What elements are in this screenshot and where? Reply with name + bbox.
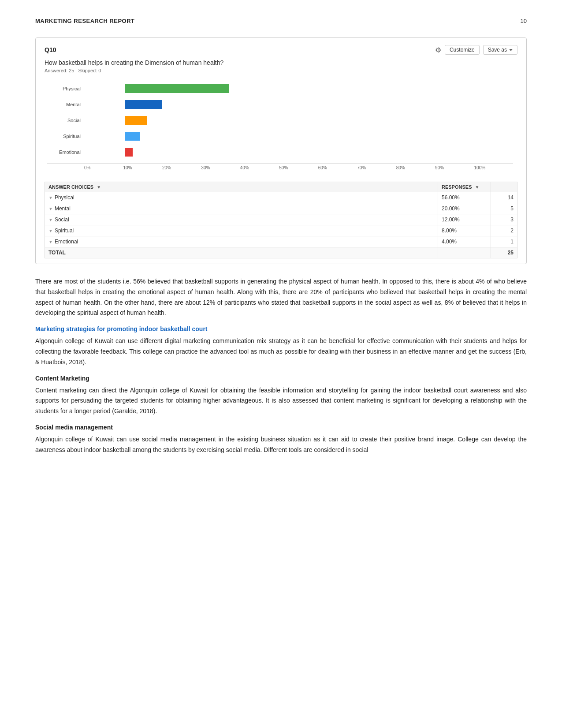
x-axis-tick: 50% — [279, 165, 318, 170]
bar-fill — [125, 100, 162, 109]
bar-fill — [125, 132, 140, 141]
report-title: MARKETING RESEARCH REPORT — [35, 18, 135, 24]
total-count: 25 — [491, 247, 517, 258]
x-axis-tick: 10% — [123, 165, 162, 170]
bar-label: Social — [43, 118, 81, 123]
x-axis-tick: 100% — [474, 165, 513, 170]
table-row: ▼Emotional4.00%1 — [45, 236, 517, 247]
total-row: TOTAL 25 — [45, 247, 517, 258]
x-axis: 0%10%20%30%40%50%60%70%80%90%100% — [47, 163, 513, 170]
bar-label: Spiritual — [43, 134, 81, 139]
answer-choice-cell: ▼Spiritual — [45, 225, 438, 236]
section1-heading: Marketing strategies for promoting indoo… — [35, 325, 527, 332]
section1-text: Algonquin college of Kuwait can use diff… — [35, 336, 527, 367]
row-arrow: ▼ — [48, 217, 53, 222]
response-pct-cell: 8.00% — [438, 225, 491, 236]
table-row: ▼Mental20.00%5 — [45, 203, 517, 214]
section2-heading: Content Marketing — [35, 375, 527, 382]
bar-label: Physical — [43, 86, 81, 91]
response-count-cell: 5 — [491, 203, 517, 214]
answer-choice-cell: ▼Social — [45, 214, 438, 225]
response-count-cell: 1 — [491, 236, 517, 247]
answer-choices-header: ANSWER CHOICES ▼ — [45, 182, 438, 192]
bar-label: Emotional — [43, 149, 81, 155]
x-axis-tick: 60% — [318, 165, 357, 170]
response-pct-cell: 20.00% — [438, 203, 491, 214]
skipped-count: Skipped: 0 — [78, 68, 101, 73]
response-count-cell: 14 — [491, 192, 517, 203]
response-pct-cell: 4.00% — [438, 236, 491, 247]
question-number: Q10 — [45, 46, 56, 53]
customize-button[interactable]: Customize — [445, 45, 480, 55]
total-label: TOTAL — [45, 247, 438, 258]
row-arrow: ▼ — [48, 239, 53, 244]
answer-choice-cell: ▼Mental — [45, 203, 438, 214]
card-actions: ⚙ Customize Save as — [435, 45, 517, 55]
chart-card: Q10 ⚙ Customize Save as How basketball h… — [35, 37, 527, 264]
response-count-cell: 3 — [491, 214, 517, 225]
body-paragraph: There are most of the students i.e. 56% … — [35, 276, 527, 318]
section3-heading: Social media management — [35, 424, 527, 431]
row-arrow: ▼ — [48, 195, 53, 200]
answer-choice-cell: ▼Emotional — [45, 236, 438, 247]
page-number: 10 — [521, 18, 527, 24]
bar-row: Emotional — [84, 147, 513, 157]
x-axis-tick: 80% — [396, 165, 435, 170]
x-axis-tick: 90% — [435, 165, 474, 170]
response-pct-cell: 12.00% — [438, 214, 491, 225]
bar-row: Mental — [84, 100, 513, 109]
bar-chart: PhysicalMentalSocialSpiritualEmotional 0… — [45, 79, 517, 175]
table-row: ▼Social12.00%3 — [45, 214, 517, 225]
answered-count: Answered: 25 — [45, 68, 74, 73]
response-count-cell: 2 — [491, 225, 517, 236]
table-row: ▼Spiritual8.00%2 — [45, 225, 517, 236]
bar-label: Mental — [43, 102, 81, 107]
row-arrow: ▼ — [48, 206, 53, 211]
bar-row: Spiritual — [84, 131, 513, 141]
count-header — [491, 182, 517, 192]
row-arrow: ▼ — [48, 228, 53, 233]
response-pct-cell: 56.00% — [438, 192, 491, 203]
page-header: MARKETING RESEARCH REPORT 10 — [35, 18, 527, 24]
table-body: ▼Physical56.00%14▼Mental20.00%5▼Social12… — [45, 192, 517, 247]
question-text: How basketball helps in creating the Dim… — [45, 59, 517, 66]
x-axis-tick: 40% — [240, 165, 279, 170]
bar-fill — [125, 84, 229, 93]
section3-text: Algonquin college of Kuwait can use soci… — [35, 434, 527, 455]
save-button[interactable]: Save as — [483, 45, 517, 55]
bar-row: Social — [84, 116, 513, 125]
data-table: ANSWER CHOICES ▼ RESPONSES ▼ ▼Physical56… — [45, 182, 517, 258]
question-meta: Answered: 25 Skipped: 0 — [45, 68, 517, 73]
bar-fill — [125, 116, 147, 125]
section2-text: Content marketing can direct the Algonqu… — [35, 385, 527, 417]
x-axis-tick: 30% — [201, 165, 240, 170]
chevron-down-icon — [509, 49, 513, 51]
bar-row: Physical — [84, 84, 513, 93]
bar-fill — [125, 148, 133, 157]
table-row: ▼Physical56.00%14 — [45, 192, 517, 203]
responses-header: RESPONSES ▼ — [438, 182, 491, 192]
card-header: Q10 ⚙ Customize Save as — [45, 45, 517, 55]
bars-container: PhysicalMentalSocialSpiritualEmotional — [84, 84, 513, 157]
save-label: Save as — [488, 47, 507, 53]
x-axis-tick: 0% — [84, 165, 123, 170]
answer-choice-cell: ▼Physical — [45, 192, 438, 203]
x-axis-tick: 20% — [162, 165, 201, 170]
filter-arrow-answers[interactable]: ▼ — [97, 185, 101, 190]
gear-icon[interactable]: ⚙ — [435, 46, 441, 54]
x-axis-tick: 70% — [357, 165, 396, 170]
total-pct — [438, 247, 491, 258]
filter-arrow-responses[interactable]: ▼ — [475, 185, 480, 190]
